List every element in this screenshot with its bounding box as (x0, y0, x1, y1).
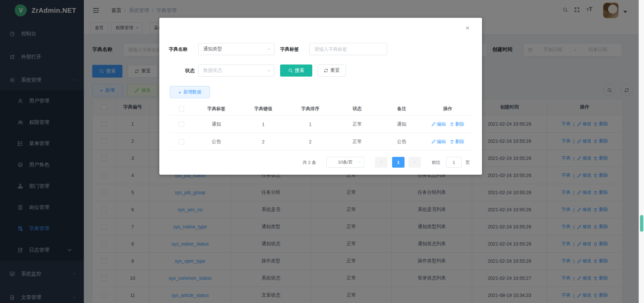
status-placeholder: 数据状态 (203, 68, 222, 74)
trash-icon (450, 139, 454, 144)
dict-data-modal: × 字典名称 通知类型 字典标签 状态 数据状态 搜索 重置 + 新增数据 (159, 18, 482, 175)
cell-remark: 公告 (381, 139, 423, 145)
refresh-icon (324, 68, 328, 73)
modal-dict-label-label: 字典标签 (280, 46, 299, 52)
cell-dict-sort: 1 (287, 122, 334, 127)
row-delete-link[interactable]: 删除 (450, 139, 464, 145)
chevron-left-icon (379, 160, 383, 164)
chevron-right-icon (413, 160, 417, 164)
modal-dict-label-input[interactable] (310, 43, 387, 55)
modal-table-row: 通知 1 1 正常 通知 编辑 删除 (170, 116, 473, 133)
row-edit-link[interactable]: 编辑 (431, 139, 446, 145)
cell-dict-value: 2 (240, 139, 287, 144)
cell-dict-label: 通知 (193, 121, 240, 127)
col-dict-label: 字典标签 (193, 106, 240, 112)
modal-status-select[interactable]: 数据状态 (198, 64, 274, 77)
modal-status-label: 状态 (185, 68, 195, 74)
scrollbar-thumb[interactable] (640, 215, 643, 232)
trash-icon (450, 122, 454, 126)
edit-pen-icon (431, 139, 436, 144)
chevron-down-icon (267, 69, 271, 73)
modal-search-button[interactable]: 搜索 (280, 64, 312, 77)
next-page-button[interactable] (409, 157, 421, 168)
page-size-select[interactable]: 10条/页 (326, 157, 364, 168)
row-edit-link[interactable]: 编辑 (431, 121, 446, 127)
dict-data-table: 字典标签 字典键值 字典排序 状态 备注 操作 通知 1 1 正常 通知 编辑 … (170, 102, 473, 150)
prev-page-button[interactable] (375, 157, 387, 168)
cell-dict-sort: 2 (287, 139, 334, 144)
select-all-checkbox[interactable] (179, 106, 184, 112)
app-screen: V ZrAdmin.NET 控制台 外部打开 系统管理 用户管理 权限管理 (0, 0, 644, 303)
cell-dict-value: 1 (240, 122, 287, 127)
cell-remark: 通知 (381, 121, 423, 127)
modal-dict-label-input-wrap (309, 43, 387, 55)
col-dict-sort: 字典排序 (287, 106, 334, 112)
modal-table-row: 公告 2 2 正常 公告 编辑 删除 (170, 133, 473, 150)
cell-dict-label: 公告 (193, 139, 240, 145)
close-icon[interactable]: × (466, 25, 470, 31)
col-status: 状态 (334, 106, 381, 112)
modal-pagination: 共 2 条 10条/页 1 前往 页 (159, 156, 482, 168)
modal-dict-name-label: 字典名称 (169, 46, 187, 52)
modal-dict-name-select[interactable]: 通知类型 (198, 43, 274, 55)
modal-search-label: 搜索 (295, 68, 304, 74)
modal-reset-label: 重置 (330, 68, 340, 74)
page-scrollbar[interactable] (639, 0, 644, 303)
chevron-down-icon (358, 160, 362, 164)
col-remark: 备注 (381, 106, 423, 112)
goto-page-input-wrap (446, 157, 462, 168)
row-checkbox[interactable] (179, 139, 184, 144)
plus-icon: + (178, 89, 181, 95)
cell-status: 正常 (334, 121, 381, 127)
modal-reset-button[interactable]: 重置 (318, 64, 346, 77)
goto-page-label: 前往 (432, 160, 440, 166)
search-icon (288, 68, 293, 73)
modal-add-data-button[interactable]: + 新增数据 (170, 86, 210, 98)
col-actions: 操作 (423, 106, 473, 112)
row-delete-link[interactable]: 删除 (450, 121, 464, 127)
pagination-total: 共 2 条 (303, 160, 316, 166)
chevron-down-icon (267, 47, 271, 51)
goto-page-input[interactable] (446, 157, 461, 167)
page-unit-label: 页 (466, 160, 470, 166)
modal-add-data-label: 新增数据 (183, 89, 201, 95)
modal-table-header-row: 字典标签 字典键值 字典排序 状态 备注 操作 (170, 102, 473, 116)
row-checkbox[interactable] (179, 122, 184, 127)
selected-dict-name: 通知类型 (203, 46, 222, 52)
cell-status: 正常 (334, 139, 381, 145)
current-page-button[interactable]: 1 (392, 157, 405, 168)
edit-pen-icon (431, 122, 436, 126)
page-size-value: 10条/页 (338, 159, 353, 165)
col-dict-value: 字典键值 (240, 106, 287, 112)
